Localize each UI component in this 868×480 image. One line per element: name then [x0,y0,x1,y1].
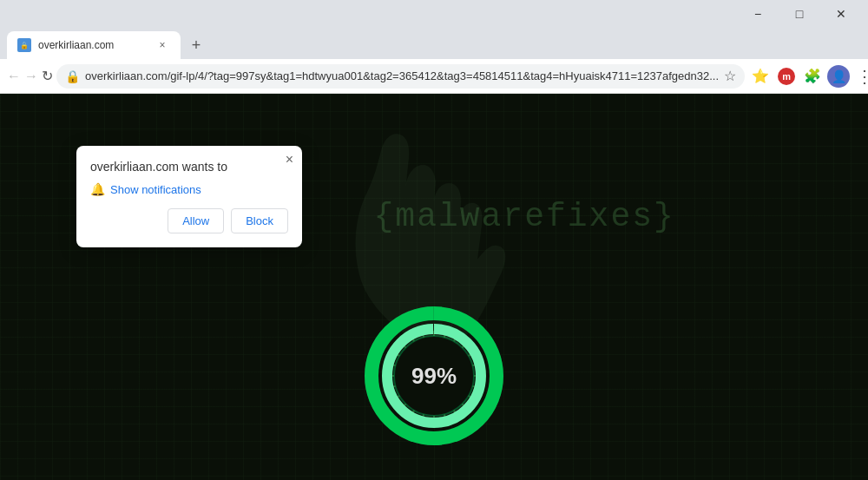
address-bar[interactable]: 🔒 overkirliaan.com/gif-lp/4/?tag=997sy&t… [56,64,745,89]
permission-popup: × overkirliaan.com wants to 🔔 Show notif… [76,146,302,247]
profile-button[interactable]: 👤 [826,64,851,89]
page-content: {malwarefixes} [0,94,868,480]
lock-icon: 🔒 [65,69,80,83]
extensions-button[interactable]: 🧩 [800,64,825,89]
allow-button[interactable]: Allow [168,208,224,233]
profile-avatar: 👤 [827,65,850,88]
progress-text: 99% [411,363,457,390]
menu-button[interactable]: ⋮ [852,64,868,89]
minimize-button[interactable]: − [738,0,778,28]
title-bar: − □ ✕ [0,0,868,28]
window-controls: − □ ✕ [738,0,861,28]
bookmarks-button[interactable]: ⭐ [748,64,773,89]
active-tab[interactable]: 🔒 overkirliaan.com × [7,31,181,59]
popup-buttons: Allow Block [90,208,288,233]
show-notifications-label[interactable]: Show notifications [110,183,201,196]
back-button[interactable]: ← [7,64,21,89]
forward-button[interactable]: → [24,64,38,89]
tab-title: overkirliaan.com [38,39,148,51]
popup-title: overkirliaan.com wants to [90,160,288,174]
popup-notification-row: 🔔 Show notifications [90,182,288,196]
tab-favicon: 🔒 [17,38,31,52]
browser-window: − □ ✕ 🔒 overkirliaan.com × + ← → ↻ 🔒 ove… [0,0,868,480]
watermark-text: {malwarefixes} [374,198,675,235]
tab-close-button[interactable]: × [155,37,170,53]
progress-circle-container: 99% [365,306,503,445]
new-tab-button[interactable]: + [184,33,208,57]
close-button[interactable]: ✕ [821,0,861,28]
m-icon: m [778,68,795,85]
bookmark-icon[interactable]: ☆ [724,68,736,84]
popup-close-button[interactable]: × [286,153,293,167]
tab-bar: 🔒 overkirliaan.com × + [0,28,868,59]
maximize-button[interactable]: □ [779,0,819,28]
block-button[interactable]: Block [231,208,288,233]
refresh-button[interactable]: ↻ [42,64,53,89]
bell-icon: 🔔 [90,182,105,196]
address-text: overkirliaan.com/gif-lp/4/?tag=997sy&tag… [85,69,719,82]
toolbar: ← → ↻ 🔒 overkirliaan.com/gif-lp/4/?tag=9… [0,59,868,94]
toolbar-icons: ⭐ m 🧩 👤 ⋮ [748,64,868,89]
m-extension-button[interactable]: m [774,64,799,89]
